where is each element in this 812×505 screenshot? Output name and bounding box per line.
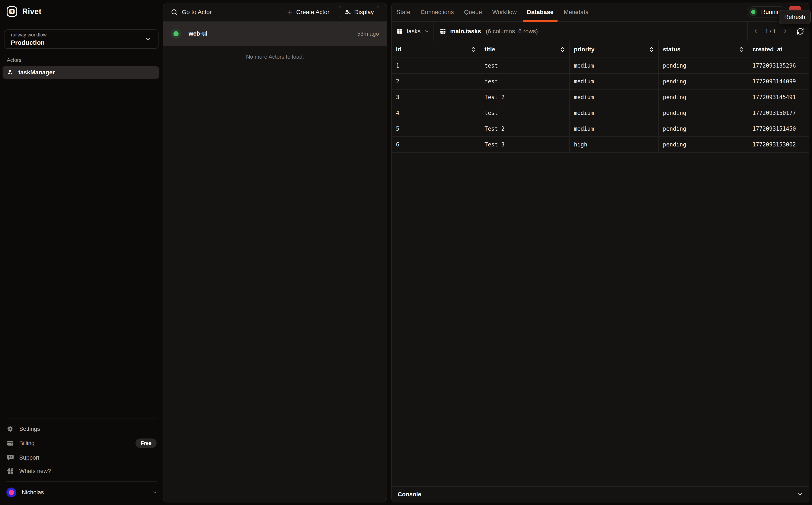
- user-name: Nicholas: [22, 489, 44, 496]
- cell-id: 1: [392, 58, 480, 73]
- active-tab-underline: [523, 20, 558, 22]
- cell-created-at: 1772093153002: [748, 137, 809, 152]
- display-label: Display: [354, 9, 374, 16]
- tab-queue[interactable]: Queue: [464, 3, 482, 21]
- table-row[interactable]: 3 Test 2 medium pending 1772093145491: [392, 90, 809, 105]
- svg-text:R: R: [10, 9, 14, 14]
- sort-icon: [470, 46, 476, 53]
- cell-id: 6: [392, 137, 480, 152]
- column-header-status[interactable]: status: [659, 41, 748, 57]
- cell-priority: medium: [570, 105, 659, 121]
- create-actor-label: Create Actor: [296, 9, 330, 16]
- table-row[interactable]: 5 Test 2 medium pending 1772093151450: [392, 121, 809, 137]
- table-row[interactable]: 6 Test 3 high pending 1772093153002: [392, 137, 809, 153]
- sidebar-item-support[interactable]: Support: [6, 452, 156, 463]
- actor-list-item-web-ui[interactable]: web-ui 53m ago: [163, 22, 386, 46]
- sidebar-item-label: taskManager: [18, 69, 55, 76]
- sidebar-item-label: Whats new?: [19, 468, 51, 475]
- table-row[interactable]: 4 test medium pending 1772093150177: [392, 105, 809, 121]
- table-row[interactable]: 2 test medium pending 1772093144099: [392, 74, 809, 90]
- tab-metadata[interactable]: Metadata: [564, 3, 589, 21]
- cell-title: Test 2: [480, 121, 570, 136]
- brand[interactable]: R Rivet: [6, 6, 41, 17]
- table-empty-area: [392, 153, 809, 486]
- cell-status: pending: [659, 74, 748, 89]
- table-header-row: id title priority status created_at: [392, 41, 809, 58]
- refresh-table-button[interactable]: [796, 27, 804, 35]
- sidebar-item-whats-new[interactable]: Whats new?: [6, 466, 156, 477]
- gear-icon: [6, 425, 14, 433]
- user-menu[interactable]: Nicholas: [6, 486, 157, 498]
- sort-icon: [738, 46, 744, 53]
- chat-icon: [6, 454, 14, 462]
- cell-priority: high: [570, 137, 659, 152]
- sliders-icon: [344, 9, 351, 16]
- table-selector-dropdown[interactable]: tasks: [392, 22, 434, 41]
- workspace-kind: railway workflow: [11, 32, 46, 38]
- cell-title: Test 3: [480, 137, 570, 152]
- table-icon: [440, 28, 446, 35]
- tab-database[interactable]: Database: [527, 3, 554, 21]
- sidebar-item-label: Support: [19, 455, 39, 461]
- column-header-created-at[interactable]: created_at: [748, 41, 809, 57]
- sidebar: R Rivet railway workflow Production Acto…: [0, 0, 163, 505]
- chevron-down-icon: [144, 36, 152, 43]
- sidebar-divider: [6, 418, 156, 418]
- cell-id: 4: [392, 105, 480, 121]
- pagination: 1 / 1: [747, 22, 809, 41]
- cell-priority: medium: [570, 58, 659, 73]
- sidebar-item-billing[interactable]: Billing Free: [6, 438, 156, 449]
- chevron-down-icon: [424, 29, 430, 34]
- page-indicator: 1 / 1: [765, 28, 776, 35]
- cell-title: test: [480, 74, 570, 89]
- tab-workflow[interactable]: Workflow: [492, 3, 517, 21]
- tab-state[interactable]: State: [396, 3, 410, 21]
- cell-priority: medium: [570, 74, 659, 89]
- cell-title: test: [480, 58, 570, 73]
- create-actor-button[interactable]: Create Actor: [286, 9, 330, 16]
- rivet-logo-icon: R: [6, 6, 17, 17]
- actor-list-empty-message: No more Actors to load.: [163, 46, 386, 67]
- database-toolbar: tasks main.tasks (6 columns, 6 rows): [392, 22, 809, 41]
- refresh-tooltip: Refresh: [779, 10, 811, 24]
- cell-id: 3: [392, 90, 480, 105]
- cell-created-at: 1772093145491: [748, 90, 809, 105]
- column-header-priority[interactable]: priority: [570, 41, 659, 57]
- cell-created-at: 1772093150177: [748, 105, 809, 121]
- column-header-id[interactable]: id: [392, 41, 480, 57]
- cell-created-at: 1772093144099: [748, 74, 809, 89]
- avatar: [6, 488, 16, 497]
- plan-badge: Free: [135, 439, 156, 448]
- actor-icon: [7, 69, 14, 76]
- tab-connections[interactable]: Connections: [421, 3, 454, 21]
- chevron-down-icon: [152, 490, 157, 495]
- workspace-selector[interactable]: railway workflow Production: [4, 29, 158, 49]
- actors-section-label: Actors: [7, 57, 21, 63]
- column-header-title[interactable]: title: [480, 41, 570, 57]
- cell-status: pending: [659, 90, 748, 105]
- display-button[interactable]: Display: [339, 6, 379, 18]
- next-page-button[interactable]: [782, 28, 788, 34]
- sidebar-divider: [6, 481, 156, 482]
- sort-icon: [649, 46, 654, 53]
- grid-icon: [396, 28, 403, 35]
- gift-icon: [6, 467, 14, 475]
- cell-status: pending: [659, 137, 748, 152]
- sidebar-item-settings[interactable]: Settings: [6, 424, 156, 435]
- actor-timestamp: 53m ago: [357, 30, 379, 37]
- cell-id: 2: [392, 74, 480, 89]
- table-row[interactable]: 1 test medium pending 1772093135296: [392, 58, 809, 74]
- workspace-name: Production: [11, 39, 46, 46]
- actor-list-panel: Create Actor Display web-ui 53m ago No m…: [163, 3, 387, 502]
- sort-icon: [560, 46, 565, 53]
- plus-icon: [286, 9, 294, 16]
- inspector-tabbar: State Connections Queue Workflow Databas…: [392, 3, 809, 22]
- table-info: main.tasks (6 columns, 6 rows): [434, 22, 544, 41]
- sidebar-item-taskmanager[interactable]: taskManager: [3, 66, 159, 79]
- previous-page-button[interactable]: [753, 28, 759, 34]
- search-icon: [171, 9, 178, 16]
- cell-title: test: [480, 105, 570, 121]
- cell-status: pending: [659, 105, 748, 121]
- console-toggle[interactable]: Console: [392, 486, 809, 502]
- search-input[interactable]: [182, 9, 283, 16]
